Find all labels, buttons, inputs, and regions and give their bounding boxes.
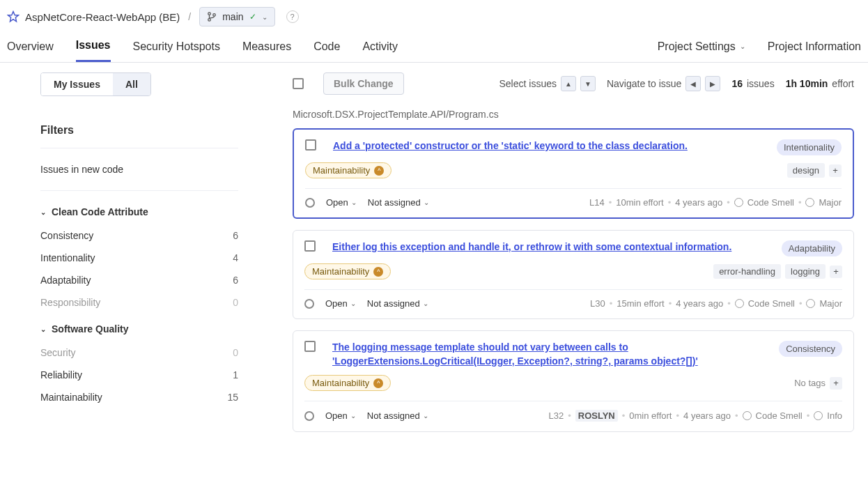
divider bbox=[40, 190, 238, 191]
facet-group-clean-code[interactable]: ⌄ Clean Code Attribute bbox=[40, 197, 238, 224]
chevron-down-icon: ⌄ bbox=[262, 13, 268, 21]
clean-code-attribute-badge[interactable]: Adaptability bbox=[782, 240, 842, 256]
project-settings[interactable]: Project Settings ⌄ bbox=[658, 40, 745, 61]
no-tags-label: No tags bbox=[794, 378, 826, 388]
my-issues-button[interactable]: My Issues bbox=[41, 73, 113, 95]
tab-measures[interactable]: Measures bbox=[242, 40, 291, 61]
issue-age: 4 years ago bbox=[683, 410, 731, 421]
issues-label: issues bbox=[747, 78, 775, 89]
select-down-button[interactable]: ▼ bbox=[580, 76, 596, 91]
breadcrumb-separator: / bbox=[188, 11, 191, 22]
facet-group-software-quality[interactable]: ⌄ Software Quality bbox=[40, 314, 238, 341]
issues-content: Bulk Change Select issues ▲ ▼ Navigate t… bbox=[251, 63, 868, 485]
file-path[interactable]: Microsoft.DSX.ProjectTemplate.API/Progra… bbox=[293, 109, 854, 120]
assignee-dropdown[interactable]: Not assigned ⌄ bbox=[368, 197, 429, 208]
issues-count: 16 bbox=[731, 78, 743, 89]
issue-checkbox[interactable] bbox=[304, 240, 316, 252]
facet-label: Maintainability bbox=[40, 392, 102, 403]
filters-title: Filters bbox=[40, 124, 238, 137]
facet-count: 6 bbox=[233, 230, 238, 241]
project-name[interactable]: AspNetCore-React-WebApp (BE) bbox=[25, 11, 180, 23]
help-icon[interactable]: ? bbox=[286, 10, 299, 23]
issue-type: Code Smell bbox=[748, 298, 795, 309]
issue-card[interactable]: The logging message template should not … bbox=[293, 330, 854, 432]
issue-card[interactable]: Either log this exception and handle it,… bbox=[293, 230, 854, 319]
issue-severity: Info bbox=[827, 410, 842, 421]
status-dropdown[interactable]: Open ⌄ bbox=[325, 298, 356, 309]
issue-checkbox[interactable] bbox=[304, 341, 316, 352]
status-radio-icon bbox=[304, 411, 314, 421]
assignee-dropdown[interactable]: Not assigned ⌄ bbox=[367, 298, 428, 309]
bulk-change-button[interactable]: Bulk Change bbox=[323, 72, 404, 95]
software-quality-badge[interactable]: Maintainability ^ bbox=[304, 375, 391, 391]
software-quality-badge[interactable]: Maintainability ^ bbox=[305, 162, 392, 178]
star-icon[interactable] bbox=[7, 10, 20, 23]
effort-value: 1h 10min bbox=[786, 78, 828, 89]
svg-point-1 bbox=[208, 19, 211, 22]
severity-icon bbox=[805, 198, 814, 207]
divider bbox=[40, 148, 238, 148]
facet-row[interactable]: Adaptability6 bbox=[40, 269, 238, 291]
issue-title[interactable]: Either log this exception and handle it,… bbox=[332, 240, 773, 254]
issue-line[interactable]: L32 bbox=[548, 410, 564, 421]
issue-checkbox[interactable] bbox=[305, 139, 316, 151]
filter-new-code[interactable]: Issues in new code bbox=[40, 154, 238, 185]
tag-pill[interactable]: design bbox=[787, 163, 825, 178]
facet-row[interactable]: Responsibility0 bbox=[40, 291, 238, 314]
facet-row[interactable]: Maintainability15 bbox=[40, 386, 238, 408]
tab-security-hotspots[interactable]: Security Hotspots bbox=[133, 40, 220, 61]
roslyn-badge: ROSLYN bbox=[575, 410, 618, 422]
status-dropdown[interactable]: Open ⌄ bbox=[325, 410, 356, 421]
facet-label: Intentionality bbox=[40, 252, 95, 263]
issue-type: Code Smell bbox=[747, 197, 794, 208]
issue-severity: Major bbox=[819, 197, 842, 208]
issue-card[interactable]: Add a 'protected' constructor or the 'st… bbox=[293, 128, 854, 219]
add-tag-button[interactable]: + bbox=[830, 266, 842, 278]
tag-pill[interactable]: error-handling bbox=[713, 264, 781, 279]
chevron-down-icon: ⌄ bbox=[40, 208, 46, 216]
software-quality-badge[interactable]: Maintainability ^ bbox=[304, 263, 391, 279]
branch-selector[interactable]: main ✓ ⌄ bbox=[199, 7, 274, 26]
project-information[interactable]: Project Information bbox=[768, 40, 861, 61]
check-icon: ✓ bbox=[249, 12, 256, 22]
select-all-checkbox[interactable] bbox=[293, 78, 304, 89]
facet-row[interactable]: Security0 bbox=[40, 341, 238, 364]
facet-row[interactable]: Consistency6 bbox=[40, 224, 238, 247]
tab-activity[interactable]: Activity bbox=[362, 40, 398, 61]
issue-type: Code Smell bbox=[756, 410, 803, 421]
issue-type-icon bbox=[734, 198, 743, 207]
issue-severity: Major bbox=[819, 298, 842, 309]
status-radio-icon bbox=[305, 198, 315, 208]
all-issues-button[interactable]: All bbox=[113, 73, 150, 95]
clean-code-attribute-badge[interactable]: Intentionality bbox=[777, 139, 842, 155]
tab-code[interactable]: Code bbox=[313, 40, 340, 61]
facet-count: 4 bbox=[233, 252, 238, 263]
facet-label: Consistency bbox=[40, 230, 93, 241]
issue-age: 4 years ago bbox=[676, 298, 723, 309]
filters-sidebar: My Issues All Filters Issues in new code… bbox=[0, 63, 251, 485]
issue-line[interactable]: L30 bbox=[590, 298, 605, 309]
issue-title[interactable]: The logging message template should not … bbox=[332, 341, 770, 368]
project-header: AspNetCore-React-WebApp (BE) / main ✓ ⌄ … bbox=[0, 0, 868, 26]
issue-line[interactable]: L14 bbox=[589, 197, 605, 208]
issue-title[interactable]: Add a 'protected' constructor or the 'st… bbox=[333, 139, 768, 153]
tab-issues[interactable]: Issues bbox=[76, 39, 111, 62]
navigate-issue-label: Navigate to issue bbox=[607, 78, 681, 89]
select-up-button[interactable]: ▲ bbox=[561, 76, 576, 91]
status-dropdown[interactable]: Open ⌄ bbox=[326, 197, 357, 208]
tab-overview[interactable]: Overview bbox=[7, 40, 54, 61]
facet-row[interactable]: Reliability1 bbox=[40, 364, 238, 386]
navigate-prev-button[interactable]: ◀ bbox=[685, 76, 701, 91]
issue-effort: 0min effort bbox=[629, 410, 672, 421]
add-tag-button[interactable]: + bbox=[829, 164, 842, 177]
tag-pill[interactable]: logging bbox=[785, 264, 826, 279]
effort-label: effort bbox=[832, 78, 854, 89]
navigate-next-button[interactable]: ▶ bbox=[705, 76, 720, 91]
facet-group-label: Software Quality bbox=[52, 323, 128, 335]
facet-row[interactable]: Intentionality4 bbox=[40, 247, 238, 269]
add-tag-button[interactable]: + bbox=[830, 377, 842, 390]
facet-count: 1 bbox=[233, 369, 238, 380]
assignee-dropdown[interactable]: Not assigned ⌄ bbox=[367, 410, 428, 421]
clean-code-attribute-badge[interactable]: Consistency bbox=[779, 341, 842, 357]
svg-point-2 bbox=[213, 14, 216, 17]
